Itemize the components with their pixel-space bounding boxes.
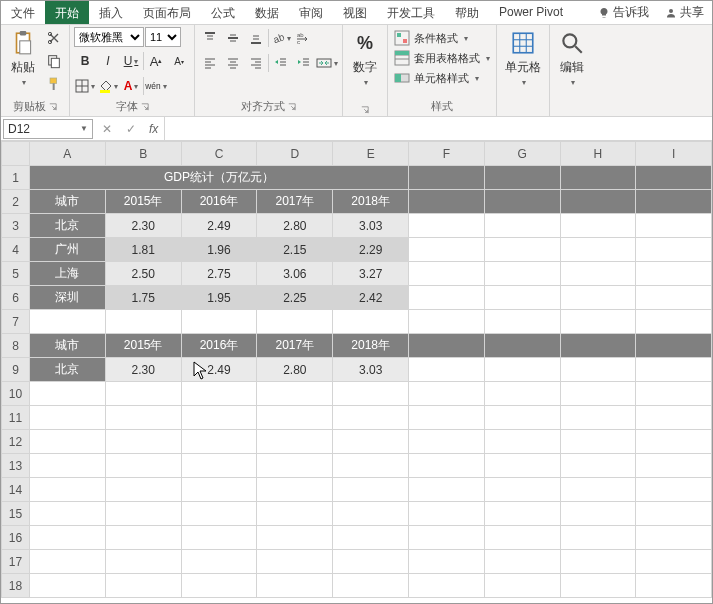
city-cell[interactable]: 北京 [29, 358, 105, 382]
data-cell[interactable]: 2.75 [181, 262, 257, 286]
cell[interactable] [333, 430, 409, 454]
row-header[interactable]: 12 [2, 430, 30, 454]
cell[interactable] [257, 550, 333, 574]
shrink-font-button[interactable]: A▾ [168, 50, 190, 72]
data-cell[interactable]: 1.81 [105, 238, 181, 262]
cell[interactable] [257, 502, 333, 526]
cell[interactable] [484, 406, 560, 430]
cell[interactable] [409, 502, 485, 526]
cell[interactable] [105, 430, 181, 454]
cell[interactable] [636, 382, 712, 406]
cell[interactable] [257, 478, 333, 502]
tab-dev[interactable]: 开发工具 [377, 1, 445, 24]
data-cell[interactable]: 2.42 [333, 286, 409, 310]
cell[interactable] [29, 478, 105, 502]
border-button[interactable]: ▾ [74, 75, 96, 97]
header-cell[interactable]: 2015年 [105, 190, 181, 214]
header-cell[interactable]: 2017年 [257, 190, 333, 214]
cell[interactable] [560, 550, 636, 574]
cell[interactable] [29, 430, 105, 454]
cell[interactable] [484, 166, 560, 190]
cell[interactable] [484, 214, 560, 238]
row-header[interactable]: 18 [2, 574, 30, 598]
cell[interactable] [333, 454, 409, 478]
data-cell[interactable]: 3.03 [333, 214, 409, 238]
cell[interactable] [181, 406, 257, 430]
cell[interactable] [409, 382, 485, 406]
cell[interactable] [105, 526, 181, 550]
cell[interactable] [636, 454, 712, 478]
cells-button[interactable]: 单元格 ▾ [501, 27, 545, 89]
cell[interactable] [636, 310, 712, 334]
tab-formula[interactable]: 公式 [201, 1, 245, 24]
col-header[interactable]: F [409, 142, 485, 166]
cell[interactable] [636, 334, 712, 358]
cell[interactable] [333, 310, 409, 334]
row-header[interactable]: 7 [2, 310, 30, 334]
header-cell[interactable]: 2018年 [333, 190, 409, 214]
cell[interactable] [560, 454, 636, 478]
row-header[interactable]: 2 [2, 190, 30, 214]
data-cell[interactable]: 2.30 [105, 358, 181, 382]
tab-data[interactable]: 数据 [245, 1, 289, 24]
cell[interactable] [560, 574, 636, 598]
align-middle-button[interactable] [222, 27, 244, 49]
col-header[interactable]: A [29, 142, 105, 166]
cell[interactable] [636, 358, 712, 382]
cut-button[interactable] [43, 27, 65, 49]
cell[interactable] [409, 430, 485, 454]
col-header[interactable]: I [636, 142, 712, 166]
col-header[interactable]: H [560, 142, 636, 166]
share-button[interactable]: 共享 [657, 0, 712, 25]
tell-me[interactable]: 告诉我 [590, 0, 657, 25]
tab-powerpivot[interactable]: Power Pivot [489, 1, 573, 24]
cell[interactable] [484, 502, 560, 526]
font-size-select[interactable]: 11 [145, 27, 181, 47]
align-bottom-button[interactable] [245, 27, 267, 49]
cell[interactable] [257, 526, 333, 550]
row-header[interactable]: 13 [2, 454, 30, 478]
tab-insert[interactable]: 插入 [89, 1, 133, 24]
city-cell[interactable]: 广州 [29, 238, 105, 262]
header-cell[interactable]: 2018年 [333, 334, 409, 358]
data-cell[interactable]: 3.06 [257, 262, 333, 286]
cell[interactable] [560, 406, 636, 430]
cell[interactable] [484, 358, 560, 382]
tab-help[interactable]: 帮助 [445, 1, 489, 24]
cell[interactable] [181, 478, 257, 502]
launcher-icon[interactable] [141, 103, 149, 111]
cell[interactable] [409, 550, 485, 574]
data-cell[interactable]: 2.25 [257, 286, 333, 310]
cell[interactable] [484, 478, 560, 502]
cell[interactable] [560, 358, 636, 382]
grow-font-button[interactable]: A▴ [145, 50, 167, 72]
cell[interactable] [333, 406, 409, 430]
data-cell[interactable]: 2.30 [105, 214, 181, 238]
cell[interactable] [29, 454, 105, 478]
cell[interactable] [29, 406, 105, 430]
header-cell[interactable]: 2015年 [105, 334, 181, 358]
cell[interactable] [636, 406, 712, 430]
cell[interactable] [560, 478, 636, 502]
row-header[interactable]: 17 [2, 550, 30, 574]
cell[interactable] [560, 382, 636, 406]
cell[interactable] [484, 238, 560, 262]
row-header[interactable]: 14 [2, 478, 30, 502]
cell[interactable] [560, 430, 636, 454]
row-header[interactable]: 9 [2, 358, 30, 382]
cell[interactable] [636, 286, 712, 310]
cell[interactable] [181, 382, 257, 406]
cell[interactable] [105, 382, 181, 406]
fill-color-button[interactable]: ▾ [97, 75, 119, 97]
cell[interactable] [484, 334, 560, 358]
cell[interactable] [560, 286, 636, 310]
cell[interactable] [636, 478, 712, 502]
cell[interactable] [257, 454, 333, 478]
tab-review[interactable]: 审阅 [289, 1, 333, 24]
cell[interactable] [560, 238, 636, 262]
cell[interactable] [560, 166, 636, 190]
cell[interactable] [484, 550, 560, 574]
cell[interactable] [257, 310, 333, 334]
cell[interactable] [560, 334, 636, 358]
cell[interactable] [484, 526, 560, 550]
